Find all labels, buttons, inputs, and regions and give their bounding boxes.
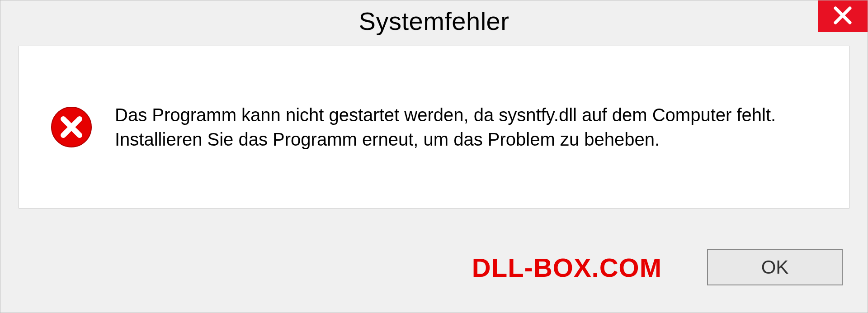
close-button[interactable] [818, 0, 868, 32]
error-icon [51, 106, 92, 148]
content-area: Das Programm kann nicht gestartet werden… [19, 46, 849, 209]
titlebar: Systemfehler [0, 0, 868, 41]
close-icon [833, 5, 853, 27]
footer: DLL-BOX.COM OK [0, 231, 868, 313]
dialog-title: Systemfehler [359, 6, 509, 36]
watermark-text: DLL-BOX.COM [472, 252, 662, 283]
error-dialog: Systemfehler Das Programm kann nicht ges… [0, 0, 868, 313]
ok-button[interactable]: OK [707, 249, 843, 285]
ok-button-label: OK [761, 256, 789, 278]
error-message: Das Programm kann nicht gestartet werden… [115, 103, 817, 152]
